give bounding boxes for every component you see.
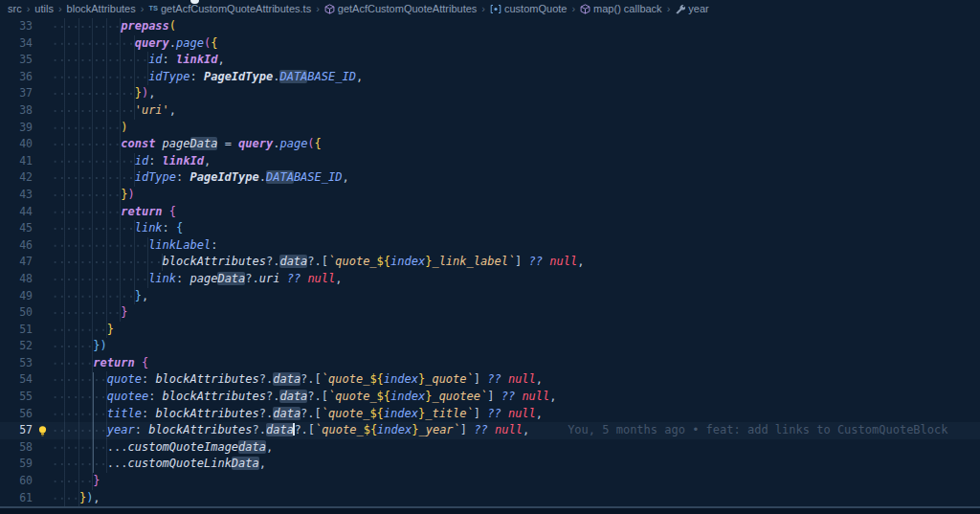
code-line-42[interactable]: 42idType: PageIdType.DATABASE_ID, — [0, 169, 980, 187]
code-line-37[interactable]: 37}), — [0, 85, 980, 102]
code-line-47[interactable]: 47blockAttributes?.data?.[`quote_${index… — [0, 254, 980, 271]
code-line-55[interactable]: 55quotee: blockAttributes?.data?.[`quote… — [0, 389, 980, 406]
breadcrumb-item-getacfcustomquoteattributes[interactable]: getAcfCustomQuoteAttributes — [324, 3, 478, 14]
code-text[interactable]: idType: PageIdType.DATABASE_ID, — [52, 169, 349, 187]
line-number[interactable]: 48 — [0, 271, 33, 288]
code-text[interactable]: }) — [52, 338, 107, 355]
code-text[interactable]: }) — [52, 187, 135, 204]
code-line-52[interactable]: 52}) — [0, 338, 980, 355]
line-number[interactable]: 59 — [0, 456, 33, 473]
code-text[interactable]: const pageData = query.page({ — [52, 136, 322, 153]
line-number[interactable]: 35 — [0, 52, 33, 69]
line-number[interactable]: 33 — [0, 18, 33, 35]
code-line-48[interactable]: 48link: pageData?.uri ?? null, — [0, 271, 980, 288]
code-line-38[interactable]: 38'uri', — [0, 102, 980, 120]
line-number[interactable]: 39 — [0, 120, 33, 137]
code-line-41[interactable]: 41id: linkId, — [0, 153, 980, 170]
line-number[interactable]: 60 — [0, 473, 33, 490]
line-number[interactable]: 56 — [0, 406, 33, 423]
line-number[interactable]: 58 — [0, 439, 33, 457]
code-line-44[interactable]: 44return { — [0, 204, 980, 221]
line-number[interactable]: 41 — [0, 153, 33, 170]
code-line-51[interactable]: 51} — [0, 322, 980, 339]
code-text[interactable]: year: blockAttributes?.data?.[`quote_${i… — [52, 422, 947, 439]
token: } — [121, 305, 127, 319]
line-number[interactable]: 43 — [0, 187, 33, 204]
breadcrumb-item-blockattributes[interactable]: blockAttributes — [67, 3, 136, 14]
line-number[interactable]: 52 — [0, 338, 33, 355]
line-number[interactable]: 42 — [0, 169, 33, 187]
code-line-45[interactable]: 45link: { — [0, 220, 980, 237]
code-line-58[interactable]: 58...customQuoteImagedata, — [0, 439, 980, 457]
code-line-35[interactable]: 35id: linkId, — [0, 52, 980, 69]
breadcrumb-item-customquote[interactable]: customQuote — [490, 3, 567, 14]
code-text[interactable]: 'uri', — [52, 102, 176, 120]
line-number[interactable]: 55 — [0, 389, 33, 406]
code-line-59[interactable]: 59...customQuoteLinkData, — [0, 456, 980, 473]
code-text[interactable]: idType: PageIdType.DATABASE_ID, — [52, 69, 363, 86]
indent-guides — [52, 136, 121, 153]
code-text[interactable]: quotee: blockAttributes?.data?.[`quote_$… — [52, 389, 557, 406]
code-text[interactable]: ...customQuoteLinkData, — [52, 456, 266, 473]
line-number[interactable]: 61 — [0, 490, 33, 507]
line-number[interactable]: 40 — [0, 136, 33, 153]
code-line-54[interactable]: 54quote: blockAttributes?.data?.[`quote_… — [0, 371, 980, 389]
code-line-61[interactable]: 61}), — [0, 490, 980, 507]
breadcrumb-item-getacfcustomquoteattributes-ts[interactable]: TSgetAcfCustomQuoteAttributes.ts — [148, 3, 311, 14]
code-line-33[interactable]: 33prepass( — [0, 18, 980, 35]
code-text[interactable]: return { — [52, 204, 176, 221]
line-number[interactable]: 49 — [0, 288, 33, 305]
code-line-34[interactable]: 34query.page({ — [0, 35, 980, 53]
code-text[interactable]: link: pageData?.uri ?? null, — [52, 271, 343, 288]
line-number[interactable]: 53 — [0, 355, 33, 372]
code-text[interactable]: prepass( — [52, 18, 176, 35]
code-text[interactable]: link: { — [52, 220, 183, 237]
breadcrumb-item-src[interactable]: src — [8, 3, 22, 14]
code-text[interactable]: } — [52, 304, 127, 322]
code-text[interactable]: quote: blockAttributes?.data?.[`quote_${… — [52, 371, 543, 389]
code-line-39[interactable]: 39) — [0, 120, 980, 137]
code-text[interactable]: }), — [52, 490, 100, 507]
line-number[interactable]: 50 — [0, 304, 33, 322]
code-line-43[interactable]: 43}) — [0, 187, 980, 204]
line-number[interactable]: 34 — [0, 35, 33, 53]
code-line-60[interactable]: 60} — [0, 473, 980, 490]
breadcrumb-item-utils[interactable]: utils — [34, 3, 54, 14]
line-number[interactable]: 54 — [0, 371, 33, 389]
code-text[interactable]: }), — [52, 85, 155, 102]
line-number[interactable]: 44 — [0, 204, 33, 221]
breadcrumb-item-map-callback[interactable]: map() callback — [580, 3, 662, 14]
code-line-36[interactable]: 36idType: PageIdType.DATABASE_ID, — [0, 69, 980, 86]
code-text[interactable]: id: linkId, — [52, 153, 211, 170]
code-text[interactable]: linkLabel: — [52, 237, 217, 255]
search-match-highlight: Data — [232, 457, 259, 470]
code-text[interactable]: id: linkId, — [52, 52, 225, 69]
code-text[interactable]: ) — [52, 120, 127, 137]
code-text[interactable]: ...customQuoteImagedata, — [52, 439, 273, 457]
code-line-50[interactable]: 50} — [0, 304, 980, 322]
code-text[interactable]: }, — [52, 288, 148, 305]
code-line-40[interactable]: 40const pageData = query.page({ — [0, 136, 980, 153]
line-number[interactable]: 47 — [0, 254, 33, 271]
line-number[interactable]: 51 — [0, 322, 33, 339]
code-text[interactable]: } — [52, 473, 100, 490]
code-line-49[interactable]: 49}, — [0, 288, 980, 305]
line-number[interactable]: 45 — [0, 220, 33, 237]
editor[interactable]: 33prepass(34query.page({35id: linkId,36i… — [0, 18, 980, 506]
code-line-53[interactable]: 53return { — [0, 355, 980, 372]
quick-fix-lightbulb[interactable] — [33, 422, 52, 439]
code-text[interactable]: blockAttributes?.data?.[`quote_${index}_… — [52, 254, 584, 271]
code-text[interactable]: return { — [52, 355, 148, 372]
line-number[interactable]: 38 — [0, 102, 33, 120]
breadcrumb-item-year[interactable]: year — [675, 3, 708, 14]
line-number[interactable]: 46 — [0, 237, 33, 255]
line-number[interactable]: 37 — [0, 85, 33, 102]
code-line-46[interactable]: 46linkLabel: — [0, 237, 980, 255]
code-text[interactable]: query.page({ — [52, 35, 217, 53]
code-line-56[interactable]: 56title: blockAttributes?.data?.[`quote_… — [0, 406, 980, 423]
code-line-57[interactable]: 57year: blockAttributes?.data?.[`quote_$… — [0, 422, 980, 439]
code-text[interactable]: title: blockAttributes?.data?.[`quote_${… — [52, 406, 543, 423]
code-text[interactable]: } — [52, 322, 114, 339]
line-number[interactable]: 57 — [0, 422, 33, 439]
line-number[interactable]: 36 — [0, 69, 33, 86]
